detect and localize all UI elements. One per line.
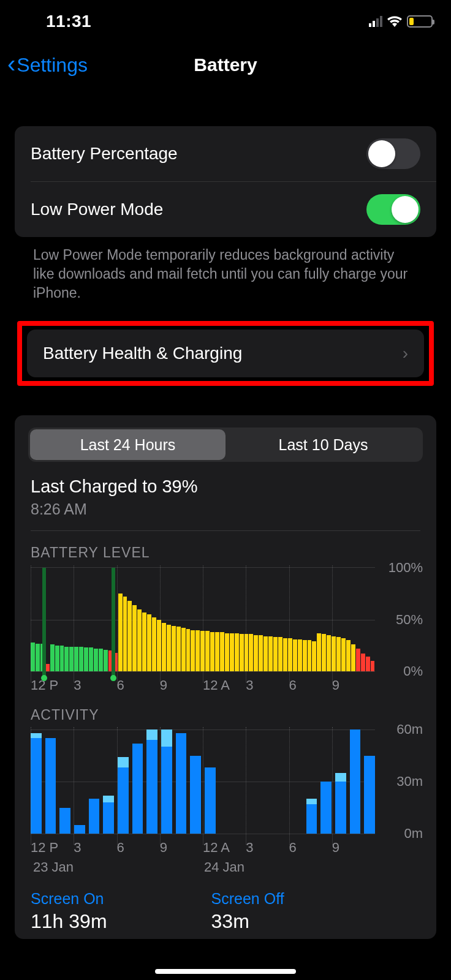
screen-off-value: 33m xyxy=(211,910,284,933)
date-label-2: 24 Jan xyxy=(204,859,375,875)
status-time: 11:31 xyxy=(46,12,91,31)
battery-icon xyxy=(407,15,433,28)
segment-last-10-days[interactable]: Last 10 Days xyxy=(226,429,421,460)
settings-group-power: Battery Percentage Low Power Mode xyxy=(15,126,436,237)
battery-health-cell[interactable]: Battery Health & Charging › xyxy=(27,330,424,377)
status-bar: 11:31 xyxy=(0,0,451,43)
battery-level-chart: 100% 50% 0% 12 P36912 A369 xyxy=(15,567,436,693)
home-indicator[interactable] xyxy=(155,969,296,974)
battery-percentage-cell[interactable]: Battery Percentage xyxy=(15,126,436,181)
activity-label: ACTIVITY xyxy=(15,693,436,729)
chevron-left-icon: ‹ xyxy=(7,51,15,76)
wifi-icon xyxy=(387,16,402,27)
low-power-mode-footer: Low Power Mode temporarily reduces backg… xyxy=(15,237,436,303)
settings-group-health: Battery Health & Charging › xyxy=(27,330,424,377)
battery-level-label: BATTERY LEVEL xyxy=(15,531,436,567)
screen-off-label: Screen Off xyxy=(211,890,284,908)
low-power-mode-label: Low Power Mode xyxy=(31,200,163,219)
date-label-1: 23 Jan xyxy=(31,859,204,875)
screen-time-row: Screen On 11h 39m Screen Off 33m xyxy=(15,875,436,939)
screen-on-value: 11h 39m xyxy=(31,910,107,933)
low-power-mode-cell[interactable]: Low Power Mode xyxy=(31,181,436,237)
last-charged-time: 8:26 AM xyxy=(15,498,436,526)
screen-on-col: Screen On 11h 39m xyxy=(31,890,107,933)
highlight-annotation: Battery Health & Charging › xyxy=(17,321,434,386)
activity-chart: 60m 30m 0m 12 P36912 A369 23 Jan 24 Jan xyxy=(15,729,436,875)
screen-off-col: Screen Off 33m xyxy=(211,890,284,933)
back-label: Settings xyxy=(17,54,88,77)
back-button[interactable]: ‹ Settings xyxy=(7,54,88,77)
low-power-mode-toggle[interactable] xyxy=(366,194,420,225)
last-charged-title: Last Charged to 39% xyxy=(15,477,436,498)
nav-header: ‹ Settings Battery xyxy=(0,47,451,83)
chevron-right-icon: › xyxy=(403,344,408,363)
cell-signal-icon xyxy=(369,16,382,27)
segment-last-24-hours[interactable]: Last 24 Hours xyxy=(30,429,226,460)
battery-usage-card: Last 24 Hours Last 10 Days Last Charged … xyxy=(15,415,436,939)
status-icons xyxy=(369,15,433,28)
battery-percentage-label: Battery Percentage xyxy=(31,144,178,164)
screen-on-label: Screen On xyxy=(31,890,107,908)
battery-percentage-toggle[interactable] xyxy=(366,138,420,169)
battery-health-label: Battery Health & Charging xyxy=(43,344,242,363)
time-range-segmented-control[interactable]: Last 24 Hours Last 10 Days xyxy=(28,428,423,462)
